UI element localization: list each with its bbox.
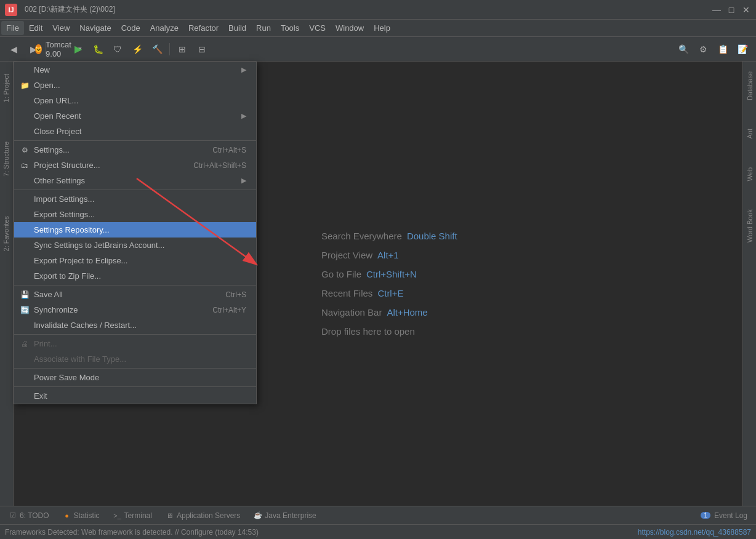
welcome-hints: Search Everywhere Double Shift Project V…: [321, 231, 457, 337]
window-title: 002 [D:\新建文件夹 (2)\002]: [25, 4, 115, 15]
menu-item-import-settings[interactable]: Import Settings...: [14, 191, 256, 207]
submenu-arrow-recent: ▶: [241, 112, 246, 120]
java-enterprise-icon: ☕: [254, 511, 262, 520]
terminal-icon: >_: [113, 511, 122, 520]
hint-drop-files: Drop files here to open: [321, 326, 457, 337]
project-structure-icon: 🗂: [19, 160, 30, 171]
menu-item-export-zip[interactable]: Export to Zip File...: [14, 268, 256, 284]
back-button[interactable]: ◀: [5, 41, 22, 58]
menu-tools[interactable]: Tools: [276, 21, 304, 35]
hint-recent-files: Recent Files Ctrl+E: [321, 288, 457, 298]
menu-item-settings-repository[interactable]: Settings Repository...: [14, 222, 256, 238]
extra-tool-2[interactable]: 📝: [734, 41, 751, 58]
menu-sep-6: [14, 386, 256, 387]
window-layout-button[interactable]: ⊞: [174, 41, 191, 58]
search-everywhere-button[interactable]: 🔍: [675, 41, 692, 58]
minimize-button[interactable]: —: [712, 5, 722, 15]
menu-sep-1: [14, 140, 256, 141]
menu-analyze[interactable]: Analyze: [145, 21, 183, 35]
menu-item-save-all[interactable]: 💾 Save All Ctrl+S: [14, 287, 256, 302]
event-log-badge: 1: [701, 512, 710, 519]
menu-item-export-eclipse[interactable]: Export Project to Eclipse...: [14, 253, 256, 268]
menu-vcs[interactable]: VCS: [304, 21, 331, 35]
hint-go-to-file: Go to File Ctrl+Shift+N: [321, 269, 457, 279]
menu-item-open-recent[interactable]: Open Recent ▶: [14, 108, 256, 124]
submenu-arrow-new: ▶: [241, 66, 246, 74]
menu-window[interactable]: Window: [331, 21, 369, 35]
menu-item-close-project[interactable]: Close Project: [14, 124, 256, 139]
coverage-button[interactable]: 🛡: [109, 41, 126, 58]
bottom-tab-todo[interactable]: ☑ 6: TODO: [2, 509, 55, 522]
menu-bar: File Edit View Navigate Code Analyze Ref…: [0, 20, 756, 37]
debug-button[interactable]: 🐛: [89, 41, 107, 58]
file-menu-dropdown: New ▶ 📁 Open... Open URL... Open Recent …: [14, 62, 257, 404]
app-servers-icon: 🖥: [166, 511, 174, 520]
status-bar: Frameworks Detected: Web framework is de…: [0, 524, 756, 539]
menu-code[interactable]: Code: [116, 21, 145, 35]
toolbar: ◀ ▶ 🐱 Tomcat 9.00 ▾ ▶ 🐛 🛡 ⚡ 🔨 ⊞ ⊟ 🔍 ⚙ 📋 …: [0, 37, 756, 62]
left-sidebar: 1: Project 7: Structure 2: Favorites: [0, 62, 14, 506]
run-config-dropdown[interactable]: 🐱 Tomcat 9.00 ▾: [50, 41, 67, 58]
menu-item-export-settings[interactable]: Export Settings...: [14, 207, 256, 222]
menu-item-new[interactable]: New ▶: [14, 62, 256, 78]
bottom-tab-terminal[interactable]: >_ Terminal: [107, 509, 158, 522]
menu-navigate[interactable]: Navigate: [74, 21, 116, 35]
bottom-tab-app-servers[interactable]: 🖥 Application Servers: [159, 509, 246, 522]
bottom-tab-statistic[interactable]: ● Statistic: [57, 509, 106, 522]
right-tab-wordbook[interactable]: Word Book: [744, 204, 756, 247]
sidebar-tab-structure[interactable]: 7: Structure: [0, 134, 15, 184]
distraction-free-button[interactable]: ⊟: [193, 41, 211, 58]
menu-item-sync-settings[interactable]: Sync Settings to JetBrains Account...: [14, 238, 256, 253]
menu-sep-2: [14, 190, 256, 190]
menu-item-open-url[interactable]: Open URL...: [14, 93, 256, 108]
build-button[interactable]: 🔨: [148, 41, 166, 58]
title-bar: IJ 002 [D:\新建文件夹 (2)\002] — □ ✕: [0, 0, 756, 20]
menu-run[interactable]: Run: [251, 21, 276, 35]
menu-item-project-structure[interactable]: 🗂 Project Structure... Ctrl+Alt+Shift+S: [14, 158, 256, 173]
submenu-arrow-other: ▶: [241, 177, 246, 185]
menu-sep-5: [14, 368, 256, 369]
menu-item-synchronize[interactable]: 🔄 Synchronize Ctrl+Alt+Y: [14, 302, 256, 317]
right-tab-ant[interactable]: Ant: [744, 124, 756, 144]
extra-tool-1[interactable]: 📋: [714, 41, 731, 58]
sidebar-tab-project[interactable]: 1: Project: [0, 66, 15, 110]
app-icon: IJ: [5, 4, 17, 16]
tomcat-icon: 🐱: [35, 44, 42, 54]
settings-sync-button[interactable]: ⚙: [694, 41, 712, 58]
status-text: Frameworks Detected: Web framework is de…: [5, 528, 259, 537]
menu-file[interactable]: File: [1, 21, 24, 35]
print-icon: 🖨: [19, 338, 30, 349]
right-tab-web[interactable]: Web: [744, 162, 756, 186]
menu-item-open[interactable]: 📁 Open...: [14, 78, 256, 93]
menu-help[interactable]: Help: [369, 21, 395, 35]
window-controls[interactable]: — □ ✕: [712, 5, 751, 15]
right-tab-database[interactable]: Database: [744, 66, 756, 105]
status-link[interactable]: https://blog.csdn.net/qq_43688587: [638, 528, 751, 537]
right-sidebar: Database Ant Web Word Book: [742, 62, 756, 506]
run-button[interactable]: ▶: [70, 41, 87, 58]
sync-icon: 🔄: [19, 305, 30, 316]
menu-item-associate-filetype: Associate with File Type...: [14, 351, 256, 367]
sidebar-tab-favorites[interactable]: 2: Favorites: [0, 209, 15, 258]
menu-item-power-save[interactable]: Power Save Mode: [14, 370, 256, 385]
menu-view[interactable]: View: [47, 21, 74, 35]
save-icon: 💾: [19, 289, 30, 300]
bottom-tab-event-log[interactable]: 1 Event Log: [694, 509, 754, 522]
menu-build[interactable]: Build: [223, 21, 251, 35]
bottom-tab-java-enterprise[interactable]: ☕ Java Enterprise: [247, 509, 322, 522]
menu-edit[interactable]: Edit: [24, 21, 47, 35]
menu-item-settings[interactable]: ⚙ Settings... Ctrl+Alt+S: [14, 142, 256, 158]
profile-button[interactable]: ⚡: [129, 41, 146, 58]
settings-icon: ⚙: [19, 145, 30, 156]
menu-sep-3: [14, 285, 256, 285]
folder-icon: 📁: [19, 80, 30, 91]
menu-item-other-settings[interactable]: Other Settings ▶: [14, 173, 256, 188]
menu-item-invalidate-caches[interactable]: Invalidate Caches / Restart...: [14, 317, 256, 333]
statistic-icon: ●: [63, 511, 71, 520]
bottom-toolbar: ☑ 6: TODO ● Statistic >_ Terminal 🖥 Appl…: [0, 506, 756, 524]
menu-item-print: 🖨 Print...: [14, 336, 256, 351]
maximize-button[interactable]: □: [726, 5, 736, 15]
close-button[interactable]: ✕: [741, 5, 751, 15]
menu-refactor[interactable]: Refactor: [183, 21, 223, 35]
menu-item-exit[interactable]: Exit: [14, 388, 256, 404]
